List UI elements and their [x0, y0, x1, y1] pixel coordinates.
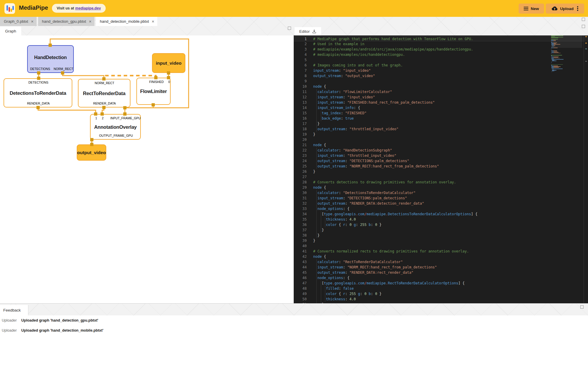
- file-tab[interactable]: hand_detection_mobile.pbtxt✕: [96, 17, 157, 26]
- graph-node-annotation_overlay[interactable]: AnnotationOverlay12INPUT_FRAME_GPUOUTPUT…: [90, 114, 141, 140]
- code-editor[interactable]: 1# MediaPipe graph that performs hand de…: [294, 35, 588, 303]
- code-line[interactable]: 40: [294, 243, 588, 249]
- code-line[interactable]: 15 tag_index: "FINISHED": [294, 110, 588, 116]
- code-line[interactable]: 45 output_stream: "RENDER_DATA:rect_rend…: [294, 270, 588, 275]
- node-title: DetectionsToRenderData: [4, 90, 72, 96]
- overview-ruler-divider: [584, 35, 584, 303]
- code-line[interactable]: 5: [294, 57, 588, 63]
- code-line[interactable]: 37 }: [294, 227, 588, 233]
- code-line[interactable]: 42node {: [294, 254, 588, 259]
- code-line[interactable]: 36 color { r: 0 g: 255 b: 0 }: [294, 222, 588, 227]
- tab-feedback-label: Feedback: [3, 308, 21, 312]
- code-line[interactable]: 6# Images coming into and out of the gra…: [294, 63, 588, 68]
- code-line[interactable]: 7input_stream: "input_video": [294, 68, 588, 73]
- mediapipe-dev-link[interactable]: mediapipe.dev: [75, 6, 101, 10]
- graph-node-output_video[interactable]: output_video: [77, 144, 106, 161]
- mediapipe-visualizer: MediaPipe Visit us at mediapipe.dev New …: [0, 0, 588, 365]
- code-line[interactable]: 31 input_stream: "DETECTIONS:palm_detect…: [294, 195, 588, 201]
- close-icon[interactable]: ✕: [89, 19, 92, 24]
- code-line[interactable]: 16 back_edge: true: [294, 116, 588, 121]
- code-line[interactable]: 24 output_stream: "DETECTIONS:palm_detec…: [294, 158, 588, 164]
- upload-button[interactable]: Upload: [546, 4, 584, 14]
- line-number: 46: [294, 275, 307, 281]
- port-label: DETECTIONS: [30, 67, 50, 71]
- code-line[interactable]: 35 thickness: 4.0: [294, 217, 588, 222]
- line-number: 36: [294, 222, 307, 227]
- code-line[interactable]: 26}: [294, 169, 588, 174]
- minimap[interactable]: [551, 35, 582, 303]
- ruler-mark: [585, 43, 587, 44]
- code-line[interactable]: 2# Used in the example in: [294, 41, 588, 47]
- line-number: 39: [294, 238, 307, 243]
- code-line[interactable]: 18 output_stream: "throttled_input_video…: [294, 126, 588, 132]
- close-icon[interactable]: ✕: [152, 19, 155, 24]
- code-line[interactable]: 41# Converts normalized rects to drawing…: [294, 249, 588, 254]
- download-icon[interactable]: [312, 29, 316, 34]
- feedback-message: Uploaded graph 'hand_detection_mobile.pb…: [21, 328, 103, 333]
- code-line[interactable]: 17 }: [294, 121, 588, 126]
- feedback-source: Uploader: [2, 328, 17, 333]
- tab-editor[interactable]: Editor: [295, 27, 321, 35]
- file-tab[interactable]: Graph_0.pbtxt✕: [0, 17, 37, 26]
- code-line[interactable]: 47 [type.googleapis.com/mediapipe.RectTo…: [294, 281, 588, 286]
- code-line[interactable]: 27: [294, 174, 588, 180]
- expand-square-icon[interactable]: [582, 25, 585, 28]
- code-line[interactable]: 38 }: [294, 233, 588, 238]
- code-line[interactable]: 46 node_options: {: [294, 275, 588, 281]
- code-line[interactable]: 25 output_stream: "NORM_RECT:hand_rect_f…: [294, 164, 588, 169]
- file-tab[interactable]: hand_detection_gpu.pbtxt✕: [38, 17, 94, 26]
- code-line[interactable]: 43 calculator: "RectToRenderDataCalculat…: [294, 259, 588, 265]
- line-number: 45: [294, 270, 307, 275]
- code-line[interactable]: 9: [294, 79, 588, 84]
- code-line[interactable]: 12 input_stream: "input_video": [294, 94, 588, 100]
- line-number: 32: [294, 201, 307, 206]
- line-number: 4: [294, 52, 307, 57]
- code-line[interactable]: 44 input_stream: "NORM_RECT:hand_rect_fr…: [294, 265, 588, 270]
- code-line[interactable]: 28# Converts detections to drawing primi…: [294, 180, 588, 185]
- code-line[interactable]: 21node {: [294, 142, 588, 148]
- graph-node-detections_to_render_data[interactable]: DetectionsToRenderDataDETECTIONSRENDER_D…: [4, 78, 72, 107]
- line-number: 9: [294, 79, 307, 84]
- expand-square-icon[interactable]: [582, 18, 585, 21]
- code-line[interactable]: 32 output_stream: "RENDER_DATA:detection…: [294, 201, 588, 206]
- new-button[interactable]: New: [519, 4, 544, 14]
- line-number: 12: [294, 94, 307, 100]
- code-line[interactable]: 13 input_stream: "FINISHED:hand_rect_fro…: [294, 100, 588, 105]
- code-line[interactable]: 49 color { r: 255 g: 0 b: 0 }: [294, 291, 588, 296]
- code-line[interactable]: 39}: [294, 238, 588, 243]
- code-line[interactable]: 48 filled: false: [294, 286, 588, 291]
- graph-node-hand_detection[interactable]: HandDetectionDETECTIONSNORM_RECT: [27, 45, 74, 73]
- tab-graph[interactable]: Graph: [0, 27, 21, 35]
- code-line[interactable]: 11 calculator: "FlowLimiterCalculator": [294, 89, 588, 94]
- graph-node-input_video[interactable]: input_video: [152, 53, 185, 73]
- code-line[interactable]: 3# mediapipie/examples/android/src/java/…: [294, 47, 588, 52]
- code-line[interactable]: 14 input_stream_info: {: [294, 105, 588, 110]
- code-line[interactable]: 34 [type.googleapis.com/mediapipe.Detect…: [294, 211, 588, 217]
- line-number: 27: [294, 174, 307, 180]
- graph-node-flow_limiter[interactable]: FlowLimiterFINISHED0: [136, 78, 171, 105]
- tab-feedback[interactable]: Feedback: [0, 305, 28, 315]
- code-line[interactable]: 30 calculator: "DetectionsToRenderDataCa…: [294, 190, 588, 195]
- expand-square-icon[interactable]: [580, 305, 584, 309]
- code-line[interactable]: 29node {: [294, 185, 588, 190]
- line-number: 23: [294, 153, 307, 158]
- code-line[interactable]: 8output_stream: "output_video": [294, 73, 588, 79]
- code-line[interactable]: 23 input_stream: "throttled_input_video": [294, 153, 588, 158]
- code-line[interactable]: 19}: [294, 132, 588, 137]
- expand-square-icon[interactable]: [288, 27, 291, 30]
- feedback-row: UploaderUploaded graph 'hand_detection_g…: [0, 317, 588, 325]
- graph-node-rect_to_render_data[interactable]: RectToRenderDataNORM_RECTRENDER_DATA: [78, 79, 130, 107]
- code-line[interactable]: 20: [294, 137, 588, 142]
- graph-canvas[interactable]: HandDetectionDETECTIONSNORM_RECTinput_vi…: [0, 35, 294, 303]
- code-line[interactable]: 50 thickness: 4.0: [294, 296, 588, 302]
- app-title: MediaPipe: [19, 4, 48, 11]
- code-line[interactable]: 10node {: [294, 84, 588, 89]
- code-line[interactable]: 22 calculator: "HandDetectionSubgraph": [294, 148, 588, 153]
- close-icon[interactable]: ✕: [31, 19, 34, 24]
- code-line[interactable]: 4# mediapipie/examples/ios/handdetection…: [294, 52, 588, 57]
- code-line[interactable]: 33 node_options: {: [294, 206, 588, 211]
- kebab-menu-icon[interactable]: [577, 6, 578, 11]
- code-lines[interactable]: 1# MediaPipe graph that performs hand de…: [294, 36, 588, 303]
- code-line[interactable]: 1# MediaPipe graph that performs hand de…: [294, 36, 588, 41]
- line-number: 13: [294, 100, 307, 105]
